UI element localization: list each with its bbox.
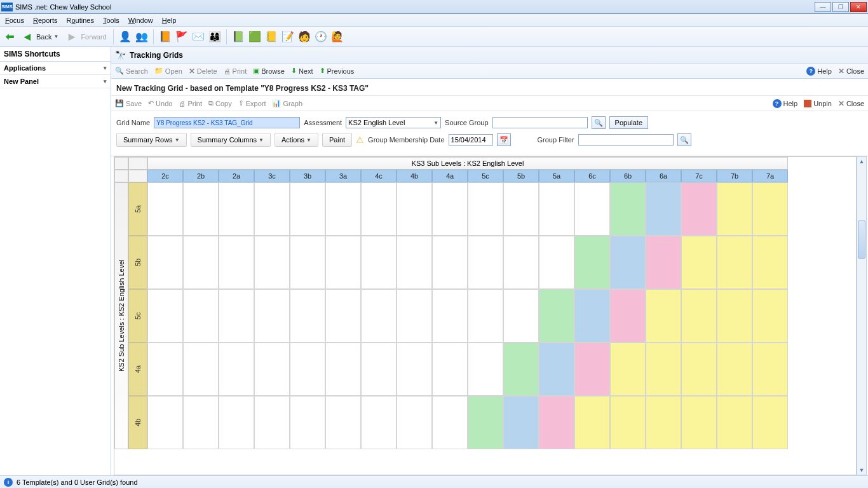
grid-cell[interactable] [752,236,788,289]
col-header[interactable]: 6b [610,170,646,182]
row-header[interactable]: 5a [128,182,147,236]
book-icon[interactable]: 📙 [158,29,173,44]
grid-cell[interactable] [717,236,752,289]
grid-cell[interactable] [681,289,717,342]
grid-cell[interactable] [397,342,432,396]
menu-reports[interactable]: Reports [33,17,58,24]
grid-cell[interactable] [183,182,219,236]
print-action[interactable]: 🖨Print [224,67,247,75]
scroll-thumb[interactable] [858,220,865,259]
grid-cell[interactable] [361,182,397,236]
scroll-down-icon[interactable]: ▼ [857,466,866,475]
graph-action[interactable]: 📊Graph [272,99,302,107]
grid-cell[interactable] [681,396,717,449]
row-header[interactable]: 4b [128,396,147,449]
green-flag-icon[interactable]: 🟩 [247,29,262,44]
grid-cell[interactable] [361,396,397,449]
grid-cell[interactable] [361,236,397,289]
sidebar-item-applications[interactable]: Applications▾ [0,62,111,75]
user-icon[interactable]: 🧑 [297,29,312,44]
paint-button[interactable]: Paint [322,133,352,147]
clock-icon[interactable]: 🕐 [313,29,329,44]
back-button[interactable]: ◀ Back ▼ [18,29,61,45]
grid-cell[interactable] [646,182,681,236]
help2-button[interactable]: ?Help [773,99,798,108]
unpin-button[interactable]: Unpin [804,100,832,107]
col-header[interactable]: 3c [254,170,290,182]
grid-cell[interactable] [361,342,397,396]
grid-cell[interactable] [468,289,503,342]
grid-cell[interactable] [290,289,325,342]
grid-cell[interactable] [610,236,646,289]
grid-cell[interactable] [397,182,432,236]
menu-help[interactable]: Help [162,17,177,24]
green-book-icon[interactable]: 📗 [231,29,246,44]
print2-action[interactable]: 🖨Print [179,100,202,107]
col-header[interactable]: 4c [361,170,397,182]
col-header[interactable]: 3b [290,170,325,182]
next-action[interactable]: ⬇Next [291,67,313,75]
group-filter-input[interactable] [578,134,674,146]
col-header[interactable]: 6a [646,170,681,182]
grid-cell[interactable] [574,289,610,342]
grid-cell[interactable] [574,396,610,449]
grid-cell[interactable] [219,396,254,449]
source-group-input[interactable] [492,117,588,128]
grid-cell[interactable] [681,236,717,289]
assessment-combo[interactable]: KS2 English Level▼ [346,117,441,128]
grid-cell[interactable] [183,396,219,449]
grid-cell[interactable] [397,236,432,289]
people-icon[interactable]: 👨‍👩‍👦 [207,29,222,44]
grid-cell[interactable] [468,236,503,289]
grid-cell[interactable] [397,289,432,342]
grid-cell[interactable] [610,182,646,236]
notebook-icon[interactable]: 📒 [264,29,279,44]
grid-cell[interactable] [574,236,610,289]
col-header[interactable]: 2b [183,170,219,182]
grid-cell[interactable] [539,342,574,396]
col-header[interactable]: 3a [325,170,361,182]
grid-cell[interactable] [539,289,574,342]
grid-cell[interactable] [503,396,539,449]
vertical-scrollbar[interactable]: ▲ ▼ [857,156,867,475]
grid-cell[interactable] [610,396,646,449]
grid-cell[interactable] [539,236,574,289]
row-header[interactable]: 5c [128,289,147,342]
grid-cell[interactable] [646,236,681,289]
grid-cell[interactable] [503,182,539,236]
close-panel-button[interactable]: ✕Close [838,67,864,76]
grid-cell[interactable] [717,182,752,236]
grid-cell[interactable] [254,236,290,289]
person-green-icon[interactable]: 👥 [134,29,149,44]
grid-cell[interactable] [325,236,361,289]
grid-cell[interactable] [503,342,539,396]
grid-cell[interactable] [183,342,219,396]
col-header[interactable]: 5b [503,170,539,182]
grid-cell[interactable] [254,289,290,342]
grid-cell[interactable] [717,342,752,396]
summary-rows-button[interactable]: Summary Rows▼ [116,133,187,147]
grid-cell[interactable] [219,289,254,342]
grid-cell[interactable] [752,289,788,342]
grid-cell[interactable] [147,182,183,236]
person-orange-icon[interactable]: 👤 [118,29,133,44]
save-action[interactable]: 💾Save [115,99,142,107]
grid-cell[interactable] [361,289,397,342]
export-action[interactable]: ⇪Export [238,99,266,107]
grid-cell[interactable] [503,289,539,342]
grid-cell[interactable] [574,342,610,396]
group-filter-search-button[interactable]: 🔍 [677,133,691,146]
grid-cell[interactable] [290,182,325,236]
grid-cell[interactable] [147,236,183,289]
search-action[interactable]: 🔍Search [115,67,148,75]
grid-cell[interactable] [432,396,468,449]
undo-action[interactable]: ↶Undo [148,99,172,107]
close-window-button[interactable]: ✕ [850,2,867,12]
col-header[interactable]: 5c [468,170,503,182]
grid-cell[interactable] [290,236,325,289]
col-header[interactable]: 2a [219,170,254,182]
grid-cell[interactable] [325,289,361,342]
grid-cell[interactable] [539,396,574,449]
previous-action[interactable]: ⬆Previous [320,67,355,75]
grid-cell[interactable] [325,342,361,396]
